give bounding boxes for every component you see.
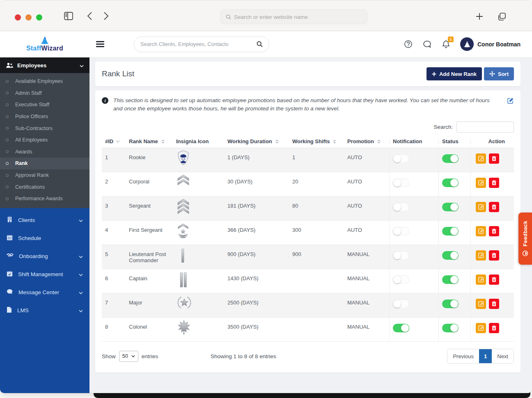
browser-window: StaffWizard 1 Conor Boatman xyxy=(0,1,532,393)
sidebar-item-shift-management[interactable]: Shift Management xyxy=(0,265,89,284)
forward-button[interactable] xyxy=(103,11,109,22)
column-header-promotion[interactable]: Promotion xyxy=(344,138,389,144)
chat-icon[interactable] xyxy=(423,40,432,48)
toggle-knob xyxy=(450,300,458,308)
delete-rank-button[interactable] xyxy=(489,226,499,236)
column-header-working-duration[interactable]: Working Duration xyxy=(224,138,289,144)
bell-icon[interactable]: 1 xyxy=(442,40,450,49)
sidebar-item-message-center[interactable]: Message Center xyxy=(0,284,89,302)
add-new-rank-button[interactable]: Add New Rank xyxy=(427,67,482,80)
status-toggle[interactable] xyxy=(442,227,459,236)
delete-rank-button[interactable] xyxy=(489,202,499,212)
sidebar-item-schedule[interactable]: Schedule xyxy=(0,229,89,247)
zoom-window-button[interactable] xyxy=(36,14,42,21)
rank-name-cell: Major xyxy=(126,293,173,317)
sort-button[interactable]: Sort xyxy=(484,67,514,80)
sidebar-item-performance-awards[interactable]: Performance Awards xyxy=(0,193,89,205)
help-icon[interactable] xyxy=(404,40,413,48)
address-bar[interactable] xyxy=(220,9,367,24)
sidebar-item-available-employees[interactable]: Available Employees xyxy=(0,75,89,87)
edit-rank-button[interactable] xyxy=(476,299,486,309)
edit-icon xyxy=(478,301,484,307)
status-toggle[interactable] xyxy=(442,300,459,308)
insignia-cell xyxy=(173,269,224,293)
edit-rank-button[interactable] xyxy=(476,250,486,261)
edit-rank-button[interactable] xyxy=(476,323,486,333)
delete-rank-button[interactable] xyxy=(489,299,499,309)
notification-toggle[interactable] xyxy=(393,227,409,236)
column-header-working-shifts[interactable]: Working Shifts xyxy=(289,138,344,144)
column-label: Promotion xyxy=(347,138,374,144)
global-search[interactable] xyxy=(134,37,269,52)
status-toggle[interactable] xyxy=(442,324,459,332)
sidebar-item-admin-staff[interactable]: Admin Staff xyxy=(0,87,89,99)
delete-rank-button[interactable] xyxy=(489,153,499,164)
status-toggle[interactable] xyxy=(442,203,459,211)
officer-badge-insignia-icon xyxy=(177,160,190,167)
delete-rank-button[interactable] xyxy=(489,178,499,188)
notification-toggle[interactable] xyxy=(393,154,409,163)
sidebar-item-lms[interactable]: LMS xyxy=(0,302,89,320)
sidebar-item-certifications[interactable]: Certifications xyxy=(0,181,89,193)
edit-rank-button[interactable] xyxy=(476,202,486,212)
sidebar-item-rank[interactable]: Rank xyxy=(0,158,89,169)
sidebar-item-label: Schedule xyxy=(18,235,41,241)
delete-rank-button[interactable] xyxy=(489,274,499,285)
close-window-button[interactable] xyxy=(15,14,21,21)
page-1-button[interactable]: 1 xyxy=(479,349,492,363)
sidebar-item-clients[interactable]: Clients xyxy=(0,211,89,229)
app-logo[interactable]: StaffWizard xyxy=(0,36,89,52)
edit-note-icon[interactable] xyxy=(507,97,514,112)
table-search-input[interactable] xyxy=(456,121,514,133)
back-button[interactable] xyxy=(87,11,92,22)
page-size-select[interactable]: 50 xyxy=(119,351,138,362)
tab-overview-button[interactable] xyxy=(498,12,507,23)
next-page-button[interactable]: Next xyxy=(492,349,514,363)
global-search-input[interactable] xyxy=(140,41,257,47)
minimize-window-button[interactable] xyxy=(25,14,32,21)
url-input[interactable] xyxy=(234,14,362,20)
delete-rank-button[interactable] xyxy=(489,250,499,261)
sidebar-item-onboarding[interactable]: Onboarding xyxy=(0,247,89,265)
notification-toggle[interactable] xyxy=(393,300,409,308)
column-label: Working Duration xyxy=(227,138,272,144)
notification-toggle[interactable] xyxy=(393,324,409,332)
menu-toggle-icon[interactable] xyxy=(96,40,104,49)
status-toggle[interactable] xyxy=(442,275,459,284)
new-tab-button[interactable] xyxy=(475,12,484,22)
sidebar-item-sub-contractors[interactable]: Sub-Contractors xyxy=(0,122,89,134)
edit-rank-button[interactable] xyxy=(476,178,486,188)
sidebar-item-approval-rank[interactable]: Approval Rank xyxy=(0,169,89,181)
trash-icon xyxy=(492,180,496,185)
column-header--id[interactable]: #ID xyxy=(102,138,126,144)
edit-rank-button[interactable] xyxy=(476,226,486,236)
notification-toggle[interactable] xyxy=(393,203,409,211)
column-header-rank-name[interactable]: Rank Name xyxy=(126,138,173,144)
status-toggle[interactable] xyxy=(442,178,459,187)
notification-toggle[interactable] xyxy=(393,251,409,260)
row-id-cell: 5 xyxy=(102,245,126,269)
notification-toggle[interactable] xyxy=(393,275,409,284)
status-toggle[interactable] xyxy=(442,251,459,260)
status-toggle[interactable] xyxy=(442,154,459,163)
table-row: 4First Sergeant366 (DAYS)300AUTO xyxy=(102,221,514,245)
user-menu[interactable]: Conor Boatman xyxy=(460,37,521,51)
bullet-icon xyxy=(6,127,9,130)
sidebar: Employees Available EmployeesAdmin Staff… xyxy=(0,57,89,393)
table-row: 1Rookie1 (DAYS)1AUTO xyxy=(102,148,514,172)
file-icon xyxy=(7,307,12,314)
sidebar-item-executive-staff[interactable]: Executive Staff xyxy=(0,99,89,111)
edit-rank-button[interactable] xyxy=(476,274,486,285)
previous-page-button[interactable]: Previous xyxy=(447,349,479,363)
sidebar-item-police-officers[interactable]: Police Officers xyxy=(0,111,89,123)
brand-text: StaffWizard xyxy=(26,45,63,52)
notification-toggle[interactable] xyxy=(393,178,409,187)
delete-rank-button[interactable] xyxy=(489,323,499,333)
edit-rank-button[interactable] xyxy=(476,153,486,164)
sidebar-item-employees[interactable]: Employees xyxy=(0,57,89,73)
feedback-tab[interactable]: Feedback xyxy=(518,213,532,265)
oak-leaf-insignia-icon xyxy=(177,331,191,337)
sidebar-item-awards[interactable]: Awards xyxy=(0,146,89,158)
sidebar-item-all-employees[interactable]: All Employees xyxy=(0,134,89,146)
browser-sidebar-icon[interactable] xyxy=(64,11,73,22)
